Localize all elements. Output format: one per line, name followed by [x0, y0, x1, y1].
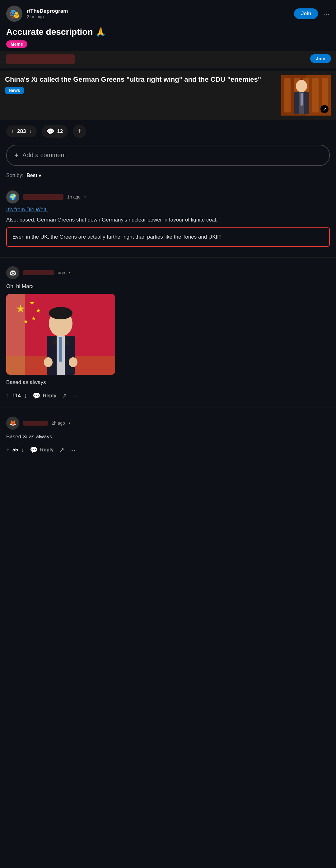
post-time: 2 hr. ago: [27, 14, 290, 19]
sort-value[interactable]: Best ▾: [26, 173, 41, 179]
comment-2-actions: ↑ 114 ↓ 💬 Reply ↗ ···: [6, 390, 330, 401]
header-actions: Join ···: [294, 8, 330, 19]
news-join-button[interactable]: Join: [310, 54, 331, 63]
svg-point-27: [69, 357, 78, 367]
comment-1-dot: •: [84, 194, 86, 199]
comment-2-avatar: 🐼: [6, 266, 19, 279]
svg-point-20: [49, 307, 73, 319]
post-meta: r/TheDeprogram 2 hr. ago: [27, 8, 290, 19]
comment-2-reply-icon: 💬: [33, 392, 40, 400]
dark-banner: Join: [0, 51, 336, 68]
vote-group[interactable]: ↑ 283 ↓: [6, 125, 37, 137]
add-comment-label: Add a comment: [22, 152, 66, 159]
comment-3-downvote-icon[interactable]: ↓: [21, 446, 24, 454]
flair-meme[interactable]: Meme: [6, 40, 27, 48]
comment-2-upvote-icon[interactable]: ↑: [6, 392, 9, 399]
comment-3-header: 🦊 2h ago •: [6, 416, 330, 430]
news-image: ↗: [281, 75, 331, 116]
comment-3-username: [23, 421, 48, 426]
news-flair-badge[interactable]: News: [5, 87, 24, 94]
comment-3-reply-icon: 💬: [30, 446, 38, 454]
subreddit-avatar: 🎭: [6, 6, 22, 22]
comment-3-dot: •: [69, 421, 70, 426]
comment-2-reply-button[interactable]: 💬 Reply: [33, 392, 57, 400]
news-card-text: China's Xi called the German Greens "ult…: [5, 75, 281, 94]
comment-2-downvote-icon[interactable]: ↓: [24, 392, 27, 399]
comment-3-vote[interactable]: ↑ 55 ↓: [6, 446, 24, 454]
comment-3-actions: ↑ 55 ↓ 💬 Reply ↗ ···: [6, 444, 330, 456]
comment-count: 12: [57, 128, 63, 134]
comment-1-highlighted: Even in the UK, the Greens are actually …: [6, 227, 330, 247]
join-button[interactable]: Join: [294, 8, 318, 19]
sort-label: Sort by:: [6, 173, 23, 178]
comment-2-dot: •: [69, 270, 70, 275]
comment-3-avatar: 🦊: [6, 416, 19, 430]
comment-2-username: [23, 270, 54, 275]
comment-1-username: [23, 194, 63, 200]
comment-2-time: ago: [58, 270, 65, 275]
svg-rect-2: [284, 78, 290, 113]
vote-count: 283: [17, 128, 26, 134]
comment-2-vote-count: 114: [12, 393, 21, 399]
comment-1-header: 🌍 1h ago •: [6, 190, 330, 204]
subreddit-name[interactable]: r/TheDeprogram: [27, 8, 290, 14]
divider-1: [0, 257, 336, 257]
downvote-icon[interactable]: ↓: [29, 128, 32, 134]
news-card-content: China's Xi called the German Greens "ult…: [0, 71, 336, 120]
comment-3-body: Based Xi as always: [6, 433, 330, 441]
comment-3-vote-count: 55: [12, 447, 18, 453]
svg-point-26: [44, 357, 53, 367]
external-link-icon[interactable]: ↗: [320, 105, 329, 113]
svg-rect-23: [59, 337, 62, 362]
comment-1-link[interactable]: It's from Die Welt.: [6, 207, 330, 213]
comment-3-share-icon[interactable]: ↗: [59, 446, 64, 454]
add-comment-bar[interactable]: + Add a comment: [6, 145, 330, 166]
post-title: Accurate description 🙏: [6, 27, 330, 37]
comment-2-body: Oh, hi Marx: [6, 282, 330, 290]
more-options-icon[interactable]: ···: [323, 9, 330, 19]
comment-2: 🐼 ago • Oh, hi Marx ★ ★ ★ ★ ★: [0, 261, 336, 404]
comment-1: 🌍 1h ago • It's from Die Welt. Also, bas…: [0, 185, 336, 254]
action-bar: ↑ 283 ↓ 💬 12 ⬆: [0, 120, 336, 143]
comment-2-image: ★ ★ ★ ★ ★: [6, 294, 115, 375]
svg-rect-5: [312, 78, 318, 113]
sort-bar: Sort by: Best ▾: [0, 171, 336, 185]
post-title-area: Accurate description 🙏 Meme: [0, 25, 336, 51]
comment-2-header: 🐼 ago •: [6, 266, 330, 279]
svg-text:★: ★: [30, 300, 34, 306]
sort-chevron-icon: ▾: [38, 173, 41, 179]
svg-rect-10: [301, 93, 303, 105]
comment-1-time: 1h ago: [67, 194, 81, 199]
comment-3-time: 2h ago: [52, 421, 65, 426]
news-headline: China's Xi called the German Greens "ult…: [5, 75, 278, 84]
comment-2-caption: Based as always: [6, 378, 330, 386]
comment-group[interactable]: 💬 12: [42, 125, 68, 137]
comment-2-vote[interactable]: ↑ 114 ↓: [6, 392, 27, 399]
svg-text:★: ★: [36, 308, 41, 314]
comment-3-upvote-icon[interactable]: ↑: [6, 446, 9, 454]
comment-2-more-icon[interactable]: ···: [73, 392, 78, 399]
comment-2-share-icon[interactable]: ↗: [62, 392, 67, 400]
comment-3: 🦊 2h ago • Based Xi as always ↑ 55 ↓ 💬 R…: [0, 411, 336, 459]
share-icon: ⬆: [77, 128, 82, 134]
news-card: China's Xi called the German Greens "ult…: [0, 71, 336, 120]
upvote-icon[interactable]: ↑: [11, 128, 14, 134]
comment-1-body: Also, based. German Greens shut down Ger…: [6, 216, 330, 224]
divider-2: [0, 408, 336, 408]
comment-3-reply-button[interactable]: 💬 Reply: [30, 446, 54, 454]
svg-point-7: [296, 80, 307, 92]
comment-1-avatar: 🌍: [6, 190, 19, 204]
comment-bubble-icon: 💬: [47, 128, 54, 135]
comment-section: 🌍 1h ago • It's from Die Welt. Also, bas…: [0, 185, 336, 468]
svg-text:★: ★: [31, 315, 36, 321]
share-button[interactable]: ⬆: [73, 125, 86, 138]
plus-icon: +: [14, 151, 19, 160]
comment-3-more-icon[interactable]: ···: [70, 446, 75, 454]
post-header: 🎭 r/TheDeprogram 2 hr. ago Join ···: [0, 0, 336, 25]
